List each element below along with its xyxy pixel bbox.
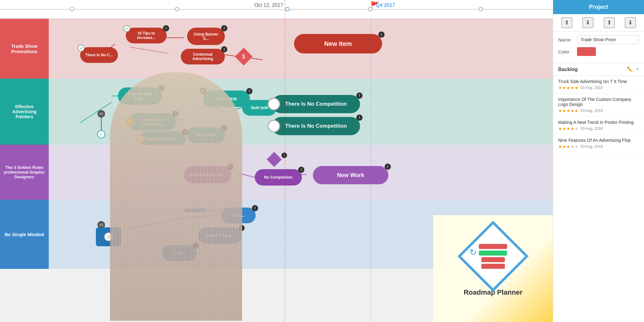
date-1: 03 Aug, 2018: [580, 86, 603, 90]
stars-1: ★★★★★: [558, 85, 579, 90]
svg-line-2: [130, 47, 168, 53]
badge-golden3: !: [385, 164, 391, 170]
svg-line-12: [124, 217, 190, 230]
timeline-date: Oct 12, 2017: [254, 3, 283, 8]
backlog-item-1-title: Truck Side Advertising Isn T It Time: [558, 79, 639, 84]
badge-diamond: !: [281, 153, 287, 158]
chart-icon: 📊: [136, 135, 145, 144]
badge-comp1: !: [356, 92, 363, 99]
lane-golden: The 3 Golden Rules professional Graphic …: [0, 145, 553, 200]
lane-label-golden: The 3 Golden Rules professional Graphic …: [0, 145, 49, 200]
node-single-3[interactable]: ! 7 Wa...: [162, 245, 197, 261]
node-trade-2[interactable]: ✓ ! 15 Tips to increase...: [126, 28, 167, 43]
backlog-item-1-meta: ★★★★★ 03 Aug, 2018: [558, 85, 639, 90]
bar-red-2: [481, 257, 505, 262]
blue-card: ✓: [96, 227, 121, 246]
node-golden-2[interactable]: ! No Competition: [255, 169, 302, 186]
backlog-item-2[interactable]: Importance Of The Custom Company Logo De…: [553, 94, 644, 117]
badge-golden2: !: [298, 167, 304, 173]
timeline-line: [0, 9, 553, 10]
check-icon: ✓: [78, 45, 85, 52]
svg-line-14: [203, 214, 219, 217]
backlog-item-3-meta: ★★★★★ 03 Aug, 2018: [558, 126, 639, 131]
badge-2: !: [221, 25, 227, 31]
panel-name-field: Name: [558, 35, 639, 44]
backlog-item-2-title: Importance Of The Custom Company Logo De…: [558, 97, 639, 107]
panel-header: Project: [553, 0, 644, 14]
watermark: ↻ Roadmap Planner: [433, 215, 553, 322]
node-trade-1[interactable]: ✓ There Is No C...: [80, 47, 118, 63]
backlog-item-1[interactable]: Truck Side Advertising Isn T It Time ★★★…: [553, 76, 644, 94]
toolbar-btn-3[interactable]: ⬆: [604, 17, 615, 28]
node-eff-1[interactable]: ! Promote With Post...: [118, 87, 162, 105]
node-eff-2[interactable]: 💡 ! Trade Show Promotions: [129, 113, 176, 130]
diamond-golden: [267, 152, 282, 167]
node-eff-4[interactable]: ! NEW ITEM: [187, 127, 225, 143]
timeline-flag-icon: 🚩: [370, 1, 379, 9]
badge-eff1: !: [158, 85, 164, 91]
panel-toolbar: ⬆ ⬇ ⬆ ⬇: [553, 14, 644, 31]
node-eff-3[interactable]: 📊 ! Internet Adverti...: [140, 131, 186, 145]
num-1: #1: [200, 87, 207, 94]
panel-title: Project: [589, 4, 608, 10]
node-golden-newwork[interactable]: ! New Work: [313, 166, 388, 184]
panel-name-section: Name Color: [553, 31, 644, 63]
arrow-watermark: ↻: [469, 247, 477, 258]
backlog-item-3[interactable]: Making A New Trend In Poster Printing ★★…: [553, 117, 644, 135]
lane-label-single: Be Single Minded: [0, 200, 49, 269]
toolbar-btn-4[interactable]: ⬇: [625, 17, 636, 28]
name-input[interactable]: [577, 35, 639, 44]
stars-3: ★★★★★: [558, 126, 579, 131]
node-trade-4[interactable]: ! Contextual Advertising: [181, 49, 225, 64]
bar-red-1: [479, 244, 507, 249]
circle-left-1: [268, 98, 280, 110]
svg-line-4: [80, 102, 112, 123]
date-4: 03 Aug, 2018: [580, 144, 603, 149]
backlog-actions: ✏️ +: [627, 66, 639, 72]
badge-single3: !: [193, 243, 199, 249]
node-trade-new[interactable]: ! New Item: [294, 34, 382, 53]
lane-label-trade: Trade Show Promotions: [0, 19, 49, 79]
diamond-icon: $: [235, 48, 253, 66]
backlog-item-3-title: Making A New Trend In Poster Printing: [558, 120, 639, 125]
timeline-dot-5: [479, 7, 483, 11]
node-single-1[interactable]: ! 7 Wa...: [221, 208, 256, 223]
right-panel: Project ⬆ ⬇ ⬆ ⬇ Name Color Backlog ✏️: [553, 0, 644, 322]
backlog-item-4-title: Nine Features Of An Advertising Flop: [558, 138, 639, 143]
bar-green: [479, 251, 507, 256]
badge-1: !: [163, 25, 169, 31]
node-golden-1[interactable]: ! Search Engine Op...: [184, 166, 231, 183]
badge-3: !: [221, 46, 227, 53]
stars-2: ★★★★★: [558, 108, 579, 113]
edit-icon[interactable]: ✏️: [627, 66, 633, 72]
timeline-dashed-line: [285, 0, 285, 18]
toolbar-btn-1[interactable]: ⬆: [561, 17, 572, 28]
lane-content-trade: ✓ There Is No C... ✓ ! 15 Tips to increa…: [49, 19, 553, 79]
lane-trade: Trade Show Promotions ✓ There Is No C...: [0, 19, 553, 79]
lane-label-effective: Effective Advertising Pointers: [0, 79, 49, 145]
panel-color-field: Color: [558, 47, 639, 56]
diamond-watermark: ↻: [458, 221, 529, 292]
add-icon[interactable]: +: [636, 66, 639, 72]
badge-single1: !: [252, 205, 258, 211]
check-icon-2: ✓: [123, 25, 130, 32]
svg-line-8: [225, 107, 244, 113]
badge-new: !: [378, 31, 385, 38]
toolbar-btn-2[interactable]: ⬇: [582, 17, 593, 28]
timeline-dot-2: [175, 7, 179, 11]
badge-single2: !: [238, 225, 245, 231]
backlog-item-4[interactable]: Nine Features Of An Advertising Flop ★★★…: [553, 135, 644, 153]
timeline-dot-3: [285, 7, 290, 11]
backlog-title: Backlog: [558, 67, 578, 72]
color-label: Color: [558, 49, 577, 54]
node-eff-competition1[interactable]: ! There Is No Competition: [272, 95, 360, 113]
node-single-2[interactable]: ! Search Engine...: [198, 227, 242, 244]
badge-eff4: !: [221, 125, 227, 131]
node-trade-3[interactable]: ! Using Banner S...: [187, 28, 225, 45]
stars-4: ★★★★★: [558, 144, 579, 149]
lane-content-effective: #2 ✓ ! Promote With Post... #1 ! NEW ITE…: [49, 79, 553, 145]
pin-2: #2 ✓: [97, 110, 105, 138]
color-swatch[interactable]: [577, 47, 596, 56]
node-eff-competition2[interactable]: ! There Is No Competition: [272, 117, 360, 135]
bar-red-3: [481, 264, 505, 269]
